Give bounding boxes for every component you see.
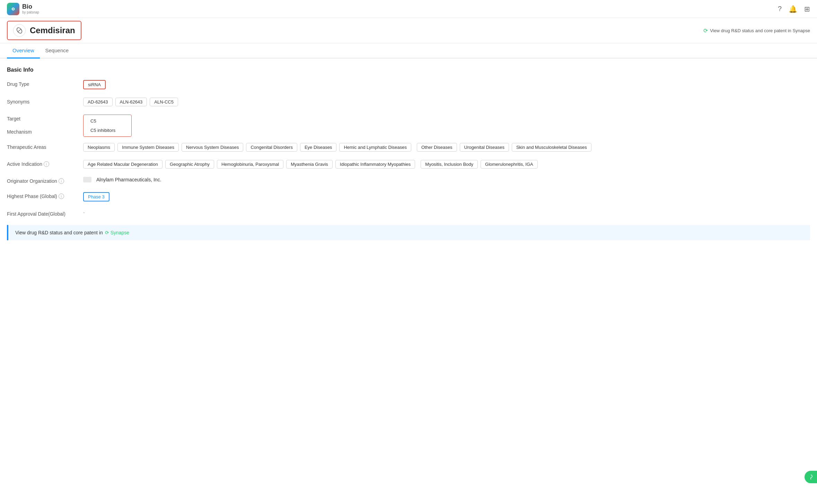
- first-approval-row: First Approval Date(Global) -: [7, 210, 810, 217]
- synonym-tag-3: ALN-CC5: [150, 98, 178, 106]
- ai-tag-2: Geographic Atrophy: [165, 160, 214, 169]
- active-indication-content: Age Related Macular Degeneration Geograp…: [83, 160, 538, 169]
- originator-logo: [83, 177, 91, 182]
- synonyms-content: AD-62643 ALN-62643 ALN-CC5: [83, 98, 178, 106]
- logo-text: Bio by patsnap: [22, 3, 39, 15]
- target-box: C5 C5 inhibitors: [83, 115, 132, 137]
- logo-by-label: by patsnap: [22, 10, 39, 15]
- tab-overview[interactable]: Overview: [7, 43, 40, 58]
- originator-content: Alnylam Pharmaceuticals, Inc.: [83, 177, 161, 182]
- target-value: C5: [90, 118, 124, 124]
- originator-info-icon[interactable]: i: [59, 178, 64, 184]
- drug-title-wrapper: Cemdisiran ⟳ View drug R&D status and co…: [0, 18, 817, 43]
- highest-phase-info-icon[interactable]: i: [59, 194, 64, 199]
- banner-text: View drug R&D status and core patent in: [15, 230, 103, 235]
- logo-bio-label: Bio: [22, 3, 39, 11]
- synonym-tag-2: ALN-62643: [115, 98, 147, 106]
- active-indication-info-icon[interactable]: i: [44, 161, 49, 167]
- drug-type-tag: siRNA: [83, 80, 106, 89]
- ta-tag-7: Other Diseases: [417, 143, 457, 152]
- grid-icon[interactable]: ⊞: [804, 5, 810, 13]
- mechanism-value: C5 inhibitors: [90, 128, 124, 133]
- ta-tag-3: Nervous System Diseases: [182, 143, 243, 152]
- ai-tag-1: Age Related Macular Degeneration: [83, 160, 162, 169]
- active-indication-label: Active Indication i: [7, 160, 76, 167]
- therapeutic-areas-label: Therapeutic Areas: [7, 143, 76, 150]
- ta-tag-6: Hemic and Lymphatic Diseases: [339, 143, 411, 152]
- drug-title-left: Cemdisiran: [7, 21, 81, 40]
- tab-sequence[interactable]: Sequence: [40, 43, 74, 58]
- synapse-banner-icon: ⟳: [105, 230, 109, 235]
- ai-tag-7: Glomerulonephritis, IGA: [481, 160, 538, 169]
- drug-type-row: Drug Type siRNA: [7, 80, 810, 89]
- svg-line-3: [18, 29, 21, 32]
- synonym-tag-1: AD-62643: [83, 98, 113, 106]
- logo-icon: [7, 3, 19, 15]
- mechanism-label: Mechanism: [7, 128, 76, 135]
- originator-label: Originator Organization i: [7, 177, 76, 184]
- logo-area: Bio by patsnap: [7, 3, 39, 15]
- ai-tag-3: Hemoglobinuria, Paroxysmal: [217, 160, 283, 169]
- help-icon[interactable]: ?: [778, 5, 782, 13]
- target-label: Target: [7, 115, 76, 122]
- highest-phase-content: Phase 3: [83, 192, 109, 201]
- drug-type-label: Drug Type: [7, 80, 76, 87]
- ta-tag-9: Skin and Musculoskeletal Diseases: [512, 143, 591, 152]
- originator-name: Alnylam Pharmaceuticals, Inc.: [96, 177, 161, 182]
- ta-tag-4: Congenital Disorders: [246, 143, 297, 152]
- header: Bio by patsnap ? 🔔 ⊞: [0, 0, 817, 18]
- drug-icon: [13, 24, 26, 37]
- synapse-icon: ⟳: [703, 27, 708, 34]
- svg-point-1: [12, 8, 14, 10]
- ta-tag-8: Urogenital Diseases: [460, 143, 509, 152]
- header-actions: ? 🔔 ⊞: [778, 5, 810, 13]
- ta-tag-5: Eye Diseases: [300, 143, 336, 152]
- first-approval-label: First Approval Date(Global): [7, 210, 76, 217]
- ta-tag-2: Immune System Diseases: [117, 143, 179, 152]
- ai-tag-6: Myositis, Inclusion Body: [421, 160, 478, 169]
- highest-phase-row: Highest Phase (Global) i Phase 3: [7, 192, 810, 201]
- bell-icon[interactable]: 🔔: [789, 5, 797, 13]
- first-approval-content: -: [83, 210, 85, 215]
- bottom-banner: View drug R&D status and core patent in …: [7, 225, 810, 240]
- target-content: C5 C5 inhibitors: [83, 115, 132, 137]
- drug-type-content: siRNA: [83, 80, 106, 89]
- ai-tag-5: Idiopathic Inflammatory Myopathies: [335, 160, 415, 169]
- first-approval-value: -: [83, 210, 85, 215]
- synapse-banner-link[interactable]: ⟳ Synapse: [105, 230, 129, 235]
- originator-row: Originator Organization i Alnylam Pharma…: [7, 177, 810, 184]
- drug-name: Cemdisiran: [30, 26, 75, 35]
- therapeutic-areas-content: Neoplasms Immune System Diseases Nervous…: [83, 143, 591, 152]
- section-title: Basic Info: [7, 67, 810, 73]
- ai-tag-4: Myasthenia Gravis: [286, 160, 333, 169]
- synapse-link[interactable]: ⟳ View drug R&D status and core patent i…: [703, 27, 810, 34]
- therapeutic-areas-row: Therapeutic Areas Neoplasms Immune Syste…: [7, 143, 810, 152]
- phase-tag: Phase 3: [83, 192, 109, 201]
- active-indication-row: Active Indication i Age Related Macular …: [7, 160, 810, 169]
- highest-phase-label: Highest Phase (Global) i: [7, 192, 76, 199]
- synapse-text: View drug R&D status and core patent in …: [710, 28, 810, 33]
- content: Basic Info Drug Type siRNA Synonyms AD-6…: [0, 58, 817, 249]
- synonyms-label: Synonyms: [7, 98, 76, 105]
- tabs: Overview Sequence: [0, 43, 817, 58]
- synapse-banner-link-text: Synapse: [111, 230, 129, 235]
- synonyms-row: Synonyms AD-62643 ALN-62643 ALN-CC5: [7, 98, 810, 106]
- ta-tag-1: Neoplasms: [83, 143, 115, 152]
